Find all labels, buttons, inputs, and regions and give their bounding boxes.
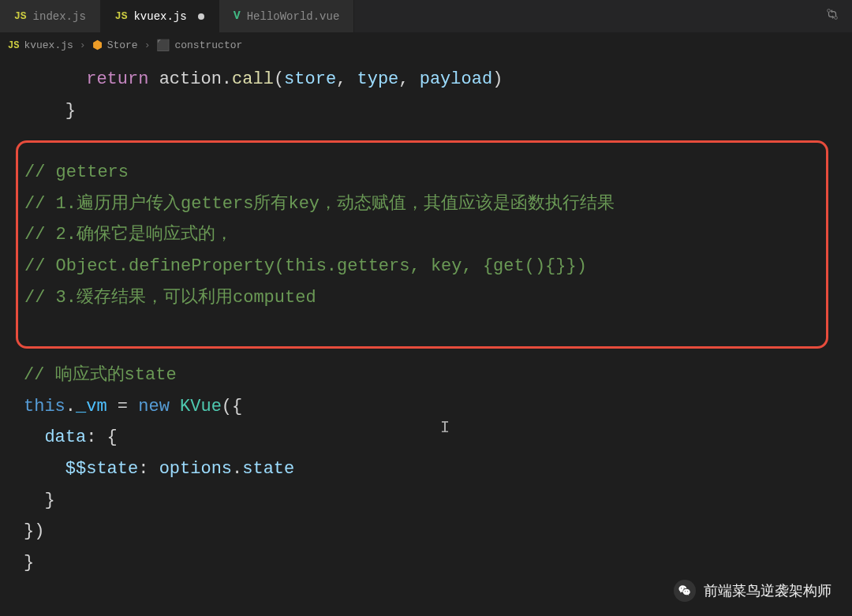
code-comment: // 响应式的state (24, 360, 828, 391)
code-line: data: { (24, 422, 828, 454)
class-icon: ⬢ (92, 38, 103, 53)
svg-point-0 (828, 9, 831, 13)
code-comment: // 2.确保它是响应式的， (24, 219, 818, 251)
tab-helloworld-vue[interactable]: V HelloWorld.vue (219, 0, 355, 32)
text-cursor-icon: 𝙸 (440, 414, 450, 442)
js-file-icon: JS (115, 10, 128, 22)
tab-label: kvuex.js (133, 10, 186, 23)
code-line: } (24, 485, 828, 517)
wechat-icon (674, 580, 696, 602)
code-comment: // 3.缓存结果，可以利用computed (24, 282, 818, 314)
vue-file-icon: V (234, 9, 241, 23)
modified-indicator-icon (198, 13, 204, 20)
breadcrumb[interactable]: JS kvuex.js › ⬢ Store › ⬛ constructor (0, 33, 852, 58)
chevron-right-icon: › (78, 39, 88, 51)
code-editor[interactable]: return action.call(store, type, payload)… (0, 58, 852, 584)
code-line: } (24, 95, 828, 127)
method-icon: ⬛ (156, 39, 170, 52)
tab-kvuex-js[interactable]: JS kvuex.js (101, 0, 219, 32)
code-line: this._vm = new KVue({ (24, 391, 828, 423)
highlight-annotation: // getters // 1.遍历用户传入getters所有key，动态赋值，… (16, 140, 828, 349)
code-line: return action.call(store, type, payload) (24, 64, 828, 95)
tab-label: index.js (33, 10, 86, 23)
tab-bar-actions (825, 0, 852, 32)
code-line: }) (24, 516, 828, 547)
js-file-icon: JS (8, 40, 19, 51)
watermark: 前端菜鸟逆袭架构师 (674, 580, 831, 602)
tab-label: HelloWorld.vue (247, 10, 340, 23)
chevron-right-icon: › (143, 39, 152, 51)
svg-point-1 (835, 17, 838, 20)
code-comment: // Object.defineProperty(this.getters, k… (24, 251, 818, 282)
tab-bar: JS index.js JS kvuex.js V HelloWorld.vue (0, 0, 852, 33)
breadcrumb-file[interactable]: kvuex.js (24, 39, 73, 51)
breadcrumb-class[interactable]: Store (107, 39, 138, 51)
breadcrumb-method[interactable]: constructor (174, 39, 242, 51)
git-compare-icon[interactable] (825, 7, 839, 25)
tab-index-js[interactable]: JS index.js (0, 0, 101, 32)
watermark-text: 前端菜鸟逆袭架构师 (704, 581, 831, 600)
js-file-icon: JS (14, 10, 27, 22)
code-line: } (24, 547, 828, 579)
code-comment: // getters (24, 157, 818, 189)
code-line: $$state: options.state (24, 454, 828, 485)
code-comment: // 1.遍历用户传入getters所有key，动态赋值，其值应该是函数执行结果 (24, 189, 818, 220)
